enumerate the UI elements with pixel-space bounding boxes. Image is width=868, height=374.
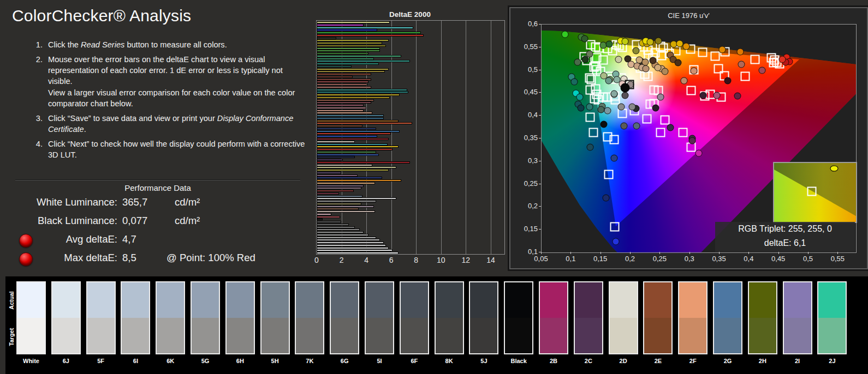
measured-point[interactable] xyxy=(680,77,687,84)
target-point[interactable] xyxy=(643,72,652,81)
deltae-bar[interactable] xyxy=(317,169,389,171)
measured-point[interactable] xyxy=(562,31,569,38)
target-point[interactable] xyxy=(656,128,665,137)
deltae-bar[interactable] xyxy=(317,195,362,197)
deltae-bar[interactable] xyxy=(317,112,372,114)
deltae-bar[interactable] xyxy=(317,192,339,195)
measured-point[interactable] xyxy=(695,149,703,156)
deltae-bar[interactable] xyxy=(317,104,364,106)
deltae-bar[interactable] xyxy=(317,73,371,75)
deltae-bar[interactable] xyxy=(317,143,388,146)
deltae-bar[interactable] xyxy=(317,154,379,156)
target-point[interactable] xyxy=(686,86,695,95)
target-point[interactable] xyxy=(604,170,613,179)
measured-point[interactable] xyxy=(605,77,612,84)
deltae-bar[interactable] xyxy=(317,249,393,251)
measured-point[interactable] xyxy=(759,67,766,74)
measured-point[interactable] xyxy=(657,93,664,100)
deltae-bar[interactable] xyxy=(317,244,386,246)
deltae-bar[interactable] xyxy=(317,164,372,166)
measured-point[interactable] xyxy=(576,93,583,100)
deltae-bar[interactable] xyxy=(317,190,354,192)
deltae-bar[interactable] xyxy=(317,161,410,164)
deltae-bar[interactable] xyxy=(317,247,389,249)
deltae-bar[interactable] xyxy=(317,213,331,215)
deltae-bar[interactable] xyxy=(317,135,377,137)
deltae-bar[interactable] xyxy=(317,107,366,109)
deltae-bar[interactable] xyxy=(317,83,367,86)
measured-point[interactable] xyxy=(646,38,653,45)
deltae-bar[interactable] xyxy=(317,91,408,93)
deltae-bar[interactable] xyxy=(317,89,407,91)
deltae-bar[interactable] xyxy=(317,252,399,254)
deltae-bar[interactable] xyxy=(317,216,340,218)
measured-point[interactable] xyxy=(586,104,593,111)
deltae-bar[interactable] xyxy=(317,65,352,68)
measured-point[interactable] xyxy=(570,79,578,86)
target-point[interactable] xyxy=(587,75,596,85)
deltae-bar[interactable] xyxy=(317,52,368,55)
measured-point[interactable] xyxy=(612,238,619,245)
deltae-bar[interactable] xyxy=(317,99,374,101)
measured-point[interactable] xyxy=(719,46,726,53)
deltae-bar[interactable] xyxy=(317,182,375,184)
deltae-bar[interactable] xyxy=(317,174,358,177)
measured-point[interactable] xyxy=(577,104,584,111)
deltae-bar[interactable] xyxy=(317,34,424,37)
measured-point[interactable] xyxy=(652,104,659,111)
deltae-bar[interactable] xyxy=(317,128,376,130)
measured-point[interactable] xyxy=(610,154,617,161)
measured-point[interactable] xyxy=(713,92,720,99)
deltae-bar[interactable] xyxy=(317,159,343,161)
measured-point[interactable] xyxy=(610,91,617,98)
target-point[interactable] xyxy=(586,112,595,122)
deltae-bar[interactable] xyxy=(317,76,353,78)
deltae-bar[interactable] xyxy=(317,185,364,187)
deltae-bar[interactable] xyxy=(317,114,384,117)
deltae-bar[interactable] xyxy=(317,138,389,140)
deltae-bar[interactable] xyxy=(317,79,371,81)
deltae-bar[interactable] xyxy=(317,237,376,239)
target-point[interactable] xyxy=(740,72,750,81)
target-point[interactable] xyxy=(588,128,598,137)
measured-point[interactable] xyxy=(629,104,636,111)
measured-point[interactable] xyxy=(621,123,628,130)
measured-point[interactable] xyxy=(689,137,696,144)
measured-point[interactable] xyxy=(734,93,741,100)
deltae-bar[interactable] xyxy=(317,200,376,202)
deltae-bar[interactable] xyxy=(317,172,341,174)
target-point[interactable] xyxy=(751,55,760,64)
deltae-bar[interactable] xyxy=(317,29,377,31)
deltae-bar[interactable] xyxy=(317,148,393,150)
measured-point[interactable] xyxy=(605,40,613,47)
measured-point[interactable] xyxy=(622,92,629,99)
measured-point[interactable] xyxy=(622,38,629,45)
deltae-bar[interactable] xyxy=(317,151,376,153)
target-point[interactable] xyxy=(610,222,619,232)
measured-point[interactable] xyxy=(691,68,698,75)
focused-measured-point[interactable] xyxy=(621,83,630,93)
deltae-bar[interactable] xyxy=(317,45,386,47)
target-point[interactable] xyxy=(678,128,687,137)
target-point[interactable] xyxy=(609,135,619,144)
measured-point[interactable] xyxy=(587,143,594,150)
target-point[interactable] xyxy=(711,51,720,61)
measured-point[interactable] xyxy=(633,123,640,130)
deltae-bar[interactable] xyxy=(317,39,389,41)
deltae-bar[interactable] xyxy=(317,50,380,52)
measured-point[interactable] xyxy=(642,58,649,65)
deltae-bar[interactable] xyxy=(317,27,413,29)
deltae-bar[interactable] xyxy=(317,228,360,231)
deltae-bar[interactable] xyxy=(317,132,391,135)
deltae-bar[interactable] xyxy=(317,21,390,23)
measured-point[interactable] xyxy=(674,59,681,67)
target-point[interactable] xyxy=(661,115,670,124)
measured-point[interactable] xyxy=(603,194,610,201)
measured-point[interactable] xyxy=(632,47,639,55)
deltae-bar[interactable] xyxy=(317,120,399,122)
measured-point[interactable] xyxy=(586,51,593,58)
measured-point[interactable] xyxy=(737,49,744,56)
deltae-bar[interactable] xyxy=(317,122,412,124)
target-point[interactable] xyxy=(698,47,707,57)
measured-point[interactable] xyxy=(615,56,622,63)
